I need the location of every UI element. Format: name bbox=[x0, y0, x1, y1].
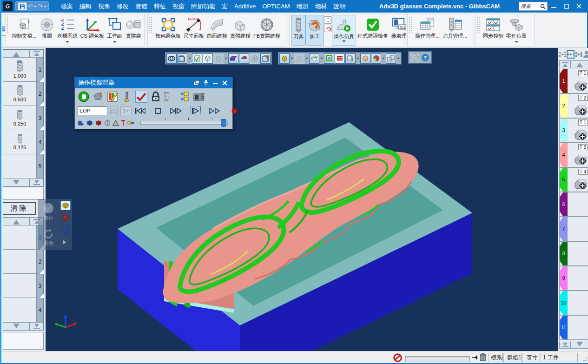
stop-hand-button[interactable] bbox=[78, 91, 90, 103]
frame-spinner[interactable]: 1 bbox=[120, 106, 132, 115]
wireframe-display-button[interactable] bbox=[360, 53, 370, 64]
geometry-palette-button[interactable]: 幾何調色板 bbox=[154, 15, 182, 46]
menu-features[interactable]: 特征 bbox=[154, 2, 166, 11]
fast-forward-button[interactable] bbox=[208, 106, 221, 115]
spiral-option-button[interactable] bbox=[324, 25, 332, 32]
play-button[interactable] bbox=[191, 106, 201, 115]
solid-modeling-button[interactable]: 實體建模 bbox=[229, 15, 252, 46]
menu-plugins[interactable]: 附加功能 bbox=[191, 2, 215, 11]
verify-check-button[interactable] bbox=[135, 91, 147, 103]
trash-button[interactable] bbox=[479, 352, 487, 362]
operation-tile-2[interactable]: 2 T 2 bbox=[559, 93, 588, 118]
scroll-bottom-button[interactable] bbox=[30, 179, 43, 186]
shaded-view-button[interactable] bbox=[203, 53, 213, 64]
op-list-display-button[interactable] bbox=[345, 53, 356, 64]
machining-button[interactable]: 加工 bbox=[305, 15, 324, 46]
cs-palette-button[interactable]: CS 調色板 bbox=[79, 15, 106, 46]
render-sphere-button[interactable] bbox=[371, 53, 381, 64]
scroll-bottom-button[interactable] bbox=[560, 341, 571, 348]
section-display-button[interactable] bbox=[309, 53, 319, 64]
operation-tile-11[interactable]: 11 bbox=[559, 315, 588, 340]
operation-tile-8[interactable]: 8 bbox=[559, 241, 588, 266]
fixture-display-dropdown[interactable] bbox=[305, 53, 309, 64]
group-grip-handle[interactable] bbox=[149, 16, 153, 33]
sync-control-button[interactable]: 同步控制 bbox=[482, 15, 505, 46]
menu-edit[interactable]: 編輯 bbox=[79, 2, 92, 11]
operation-simulation-button[interactable]: 操作仿真 bbox=[332, 15, 356, 46]
slider-thumb[interactable] bbox=[221, 119, 226, 127]
stock-display-dropdown[interactable] bbox=[290, 53, 294, 64]
group-grip-handle[interactable] bbox=[409, 16, 413, 33]
workpiece-field[interactable]: 1 工件 bbox=[541, 353, 578, 362]
operation-tile-5[interactable]: 5 T 4 bbox=[559, 167, 588, 192]
program-marker-field[interactable] bbox=[78, 106, 107, 115]
tool-tile-2[interactable]: 0.500 2 bbox=[3, 82, 43, 106]
lock-eye-button[interactable] bbox=[150, 91, 162, 103]
user-icon[interactable] bbox=[583, 50, 588, 59]
operation-tile-10[interactable]: 10 bbox=[559, 291, 588, 315]
scroll-down-button[interactable] bbox=[571, 341, 588, 348]
menu-macro[interactable]: 宏 bbox=[222, 2, 228, 11]
close-button[interactable] bbox=[573, 0, 585, 13]
solid-yellow-button[interactable] bbox=[60, 201, 71, 210]
stock-blue-icon[interactable] bbox=[86, 120, 93, 126]
machine-table-button[interactable] bbox=[193, 91, 205, 103]
pin-marker-icon[interactable] bbox=[121, 119, 126, 126]
ghost-view-dropdown[interactable] bbox=[224, 53, 228, 64]
clear-button[interactable]: 清除 bbox=[3, 202, 36, 215]
windows-layout-dropdown[interactable] bbox=[396, 53, 400, 64]
bubble-option-button[interactable] bbox=[324, 16, 332, 24]
toolpath-display-button[interactable] bbox=[335, 53, 345, 64]
scroll-down-button[interactable] bbox=[3, 323, 30, 330]
render-palette-button[interactable] bbox=[106, 91, 119, 103]
scroll-bottom-button[interactable] bbox=[30, 323, 43, 330]
record-button[interactable] bbox=[231, 106, 238, 115]
zoom-select-button[interactable] bbox=[410, 53, 420, 63]
dimension-view-dropdown[interactable] bbox=[188, 53, 192, 64]
op-list-display-dropdown[interactable] bbox=[356, 53, 360, 64]
pin-status-button[interactable] bbox=[472, 353, 478, 362]
tool-display-icon[interactable] bbox=[78, 120, 85, 126]
spark-tool-button[interactable] bbox=[121, 91, 133, 103]
workgroup-field[interactable]: 群組1 bbox=[503, 353, 522, 362]
resize-grip[interactable] bbox=[582, 356, 588, 362]
scroll-up-button[interactable] bbox=[571, 61, 588, 68]
viewport[interactable]: ? 操作模擬渲染 bbox=[46, 48, 558, 351]
part-position-dropdown[interactable] bbox=[515, 41, 518, 45]
operation-tile-3[interactable]: 3 T 1 bbox=[559, 118, 588, 143]
boundary-display-button[interactable] bbox=[324, 53, 334, 64]
probe-icon[interactable] bbox=[127, 120, 135, 125]
xyz-readout-button[interactable]: X=: Y=: Z=: bbox=[164, 91, 176, 103]
render-sphere-dropdown[interactable] bbox=[382, 53, 385, 64]
tool-tile-4[interactable]: 0.125 4 bbox=[3, 130, 43, 154]
redo-button[interactable]: 重做 bbox=[38, 225, 59, 250]
stop-button[interactable] bbox=[154, 106, 162, 115]
overlay-expand-arrow[interactable] bbox=[63, 240, 68, 245]
cylinder-icon[interactable] bbox=[104, 120, 111, 126]
view-button[interactable]: 視圖 bbox=[38, 15, 56, 46]
op-range-button[interactable] bbox=[178, 91, 191, 103]
workgroup-button[interactable]: 工作組 bbox=[106, 15, 124, 46]
solid-red-button[interactable] bbox=[60, 213, 71, 222]
operation-tile-6[interactable]: 6 bbox=[559, 192, 588, 217]
simulation-speed-slider[interactable] bbox=[140, 121, 228, 125]
undo-icon[interactable]: ↶ bbox=[28, 2, 33, 10]
scroll-top-button[interactable] bbox=[560, 61, 571, 68]
units-field[interactable]: 英寸 bbox=[522, 353, 540, 362]
op-view-mode-3[interactable] bbox=[575, 50, 582, 59]
tools-button[interactable]: 刀具 bbox=[291, 15, 305, 46]
search-input[interactable]: 搜索 bbox=[519, 2, 548, 11]
workgroup-dropdown[interactable] bbox=[113, 41, 117, 45]
dialog-restore-icon[interactable] bbox=[192, 79, 201, 87]
fb-solid-modeling-button[interactable]: FB實體建模 bbox=[252, 15, 282, 46]
grid-cube-button[interactable] bbox=[260, 53, 271, 64]
operation-tile-4[interactable]: 4 T 3 bbox=[559, 143, 588, 167]
interrupt-button[interactable] bbox=[393, 353, 402, 362]
dimension-panel-button[interactable]: 尺寸面板 bbox=[182, 15, 205, 46]
coordinate-system-field[interactable]: 標系統 bbox=[489, 353, 503, 362]
menu-solids[interactable]: 實體 bbox=[135, 2, 147, 11]
selection-circles-button[interactable] bbox=[166, 53, 177, 64]
dimension-view-button[interactable] bbox=[177, 53, 187, 64]
cube-check-view-button[interactable] bbox=[192, 53, 202, 64]
dialog-title-bar[interactable]: 操作模擬渲染 bbox=[75, 77, 232, 88]
